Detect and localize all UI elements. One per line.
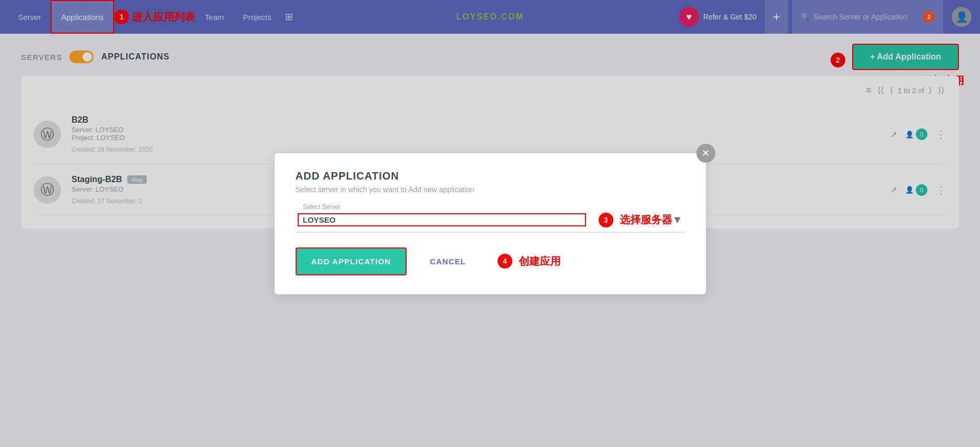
select-server-field: Select Server LOYSEO 3 选择服务器 ▼ [296, 208, 685, 233]
modal-subtitle: Select server in which you want to Add n… [296, 185, 685, 194]
dropdown-arrow-icon[interactable]: ▼ [672, 214, 683, 226]
server-select[interactable]: LOYSEO 3 选择服务器 ▼ [296, 208, 685, 233]
annot3-inline: 3 选择服务器 [599, 213, 672, 227]
close-icon: ✕ [702, 147, 710, 159]
add-application-modal: ✕ ADD APPLICATION Select server in which… [275, 153, 706, 246]
modal-title: ADD APPLICATION [296, 170, 685, 182]
modal-close-button[interactable]: ✕ [696, 144, 715, 163]
modal-overlay: ✕ ADD APPLICATION Select server in which… [0, 0, 980, 245]
annot3-text: 选择服务器 [620, 213, 672, 227]
server-select-value: LOYSEO [298, 213, 586, 226]
annot3-number: 3 [599, 213, 613, 227]
